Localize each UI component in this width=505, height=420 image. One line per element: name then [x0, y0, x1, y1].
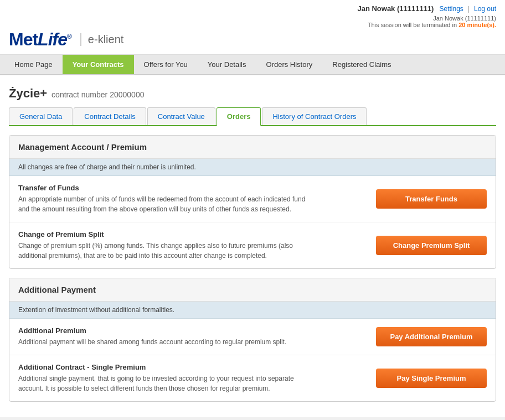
additional-premium-desc: Additional payment will be shared among …	[18, 337, 315, 347]
username-display: Jan Nowak (11111111)	[433, 15, 496, 22]
contract-sub: contract number 20000000	[51, 90, 144, 99]
header: Jan Nowak (11111111) Settings | Log out …	[0, 0, 505, 55]
user-info: Jan Nowak (11111111)	[357, 4, 439, 13]
premium-split-text: Change of Premium Split Change of premiu…	[18, 230, 328, 261]
single-premium-desc: Additional single payment, that is going…	[18, 374, 315, 393]
pay-single-premium-button[interactable]: Pay Single Premium	[376, 369, 487, 388]
contract-title: Życie+ contract number 20000000	[9, 82, 496, 107]
metlife-logo: MetLife®	[9, 29, 71, 50]
eklient-text: e-klient	[80, 33, 123, 46]
additional-payment-note: Extention of investment without addition…	[9, 302, 496, 319]
transfer-funds-row: Transfer of Funds An appropriate number …	[9, 176, 496, 222]
main-nav: Home Page Your Contracts Offers for You …	[0, 55, 505, 75]
tab-contract-value[interactable]: Contract Value	[147, 107, 215, 125]
transfer-funds-title: Transfer of Funds	[18, 184, 315, 192]
settings-link[interactable]: Settings	[439, 5, 463, 13]
tabs: General Data Contract Details Contract V…	[9, 107, 496, 126]
nav-offers[interactable]: Offers for You	[134, 55, 198, 74]
single-premium-text: Additional Contract - Single Premium Add…	[18, 363, 328, 393]
premium-split-row: Change of Premium Split Change of premiu…	[9, 222, 496, 268]
additional-premium-text: Additional Premium Additional payment wi…	[18, 326, 328, 347]
single-premium-title: Additional Contract - Single Premium	[18, 363, 315, 371]
logo-row: MetLife® e-klient	[9, 29, 496, 54]
transfer-funds-desc: An appropriate number of units of funds …	[18, 194, 315, 214]
additional-payment-section: Additional Payment Extention of investme…	[9, 278, 496, 402]
management-section: Management Account / Premium All changes…	[9, 135, 496, 269]
nav-details[interactable]: Your Details	[198, 55, 256, 74]
tab-history[interactable]: History of Contract Orders	[262, 107, 367, 125]
additional-premium-title: Additional Premium	[18, 326, 315, 335]
page-content: Życie+ contract number 20000000 General …	[0, 75, 505, 417]
additional-payment-title: Additional Payment	[9, 278, 496, 302]
management-title: Management Account / Premium	[9, 136, 496, 159]
nav-claims[interactable]: Registered Claims	[322, 55, 401, 74]
management-note: All changes are free of charge and their…	[9, 159, 496, 176]
logout-link[interactable]: Log out	[474, 5, 496, 13]
nav-home[interactable]: Home Page	[4, 55, 63, 74]
change-premium-split-button[interactable]: Change Premium Split	[376, 236, 487, 255]
pay-additional-premium-button[interactable]: Pay Additional Premium	[376, 327, 487, 346]
tab-contract-details[interactable]: Contract Details	[74, 107, 146, 125]
tab-orders[interactable]: Orders	[217, 107, 261, 126]
transfer-funds-text: Transfer of Funds An appropriate number …	[18, 184, 328, 214]
premium-split-title: Change of Premium Split	[18, 230, 315, 238]
nav-contracts[interactable]: Your Contracts	[63, 55, 134, 74]
separator: |	[468, 5, 470, 13]
session-info: This session will be terminated in 20 mi…	[368, 22, 496, 28]
tab-general[interactable]: General Data	[9, 107, 73, 125]
contract-name: Życie+	[9, 86, 47, 101]
additional-premium-row: Additional Premium Additional payment wi…	[9, 319, 496, 355]
logo-area: MetLife® e-klient	[9, 29, 123, 50]
username: Jan Nowak (11111111)	[357, 4, 434, 13]
single-premium-row: Additional Contract - Single Premium Add…	[9, 355, 496, 401]
premium-split-desc: Change of premium split (%) among funds.…	[18, 241, 315, 261]
transfer-funds-button[interactable]: Transfer Funds	[376, 189, 487, 209]
nav-orders-history[interactable]: Orders History	[256, 55, 322, 74]
